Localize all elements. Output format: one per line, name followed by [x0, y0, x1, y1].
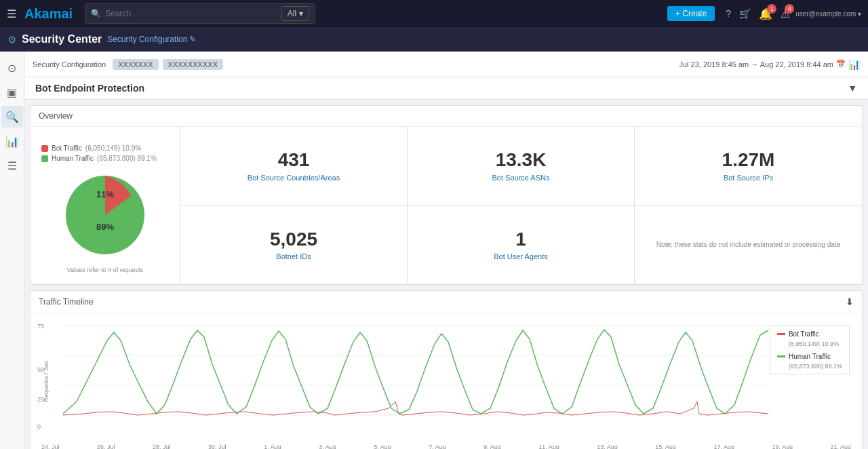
main-content: Security Configuration XXXXXXX XXXXXXXXX…	[24, 52, 868, 449]
config-link[interactable]: Security Configuration ✎	[107, 35, 196, 44]
x-label-0: 24. Jul	[41, 444, 60, 449]
y-tick-75: 75	[37, 323, 44, 330]
bot-color-swatch	[41, 145, 48, 152]
stat-label-0[interactable]: Bot Source Countries/Areas	[248, 174, 340, 182]
bot-legend: Bot Traffic	[777, 330, 842, 338]
search-input[interactable]	[105, 9, 277, 18]
page-title: Security Center	[22, 33, 102, 45]
x-label-10: 13. Aug	[597, 444, 618, 449]
human-line-color	[777, 355, 785, 357]
logo: Akamai	[24, 6, 73, 22]
stat-cell-4: 1 Bot User Agents	[408, 206, 635, 284]
timeline-header: Traffic Timeline ⬇	[31, 291, 862, 313]
search-icon: 🔍	[91, 9, 101, 18]
date-range-text: Jul 23, 2019 8:45 am → Aug 22, 2019 8:44…	[679, 60, 834, 69]
timeline-section: Traffic Timeline ⬇ 75 50 25 0 Requests /…	[30, 290, 863, 449]
stat-note-5: Note: these stats do not include estimat…	[656, 240, 840, 250]
search-bar[interactable]: 🔍 All ▾	[85, 3, 315, 24]
traffic-chart-svg	[36, 320, 856, 442]
overview-section: Overview Bot Traffic (6,050,149) 10.9% H…	[30, 105, 863, 285]
stat-cell-3: 5,025 Botnet IDs	[180, 206, 408, 284]
stat-value-1: 13.3K	[496, 150, 547, 171]
alerts-icon[interactable]: ⚠ 4	[781, 7, 790, 20]
filter-tag-2[interactable]: XXXXXXXXXX	[163, 59, 223, 70]
pie-chart-container: Bot Traffic (6,050,149) 10.9% Human Traf…	[31, 127, 180, 284]
create-button[interactable]: + Create	[667, 6, 715, 21]
filter-icon[interactable]: ▼	[848, 83, 857, 94]
pie-note: Values refer to # of requests	[67, 267, 143, 273]
sidebar-item-chart[interactable]: 📊	[1, 130, 23, 152]
bot-detail: (6,050,149) 10.9%	[777, 340, 842, 347]
nav-icon-group: ? 🛒 🔔 1 ⚠ 4	[726, 7, 790, 20]
x-label-12: 17. Aug	[713, 444, 734, 449]
stat-cell-5: Note: these stats do not include estimat…	[635, 206, 862, 284]
alerts-badge: 4	[785, 4, 794, 14]
security-center-icon: ⊙	[8, 34, 16, 45]
sidebar-item-list[interactable]: ☰	[1, 155, 23, 176]
calendar-icon[interactable]: 📅	[836, 60, 846, 69]
search-scope-dropdown[interactable]: All ▾	[281, 6, 309, 21]
help-icon[interactable]: ?	[726, 8, 731, 19]
sidebar-item-image[interactable]: ▣	[1, 81, 23, 103]
chart-toggle-icon[interactable]: 📊	[848, 59, 860, 70]
human-legend-detail: (65,873,800) 89.1%	[97, 155, 157, 162]
section-header: Bot Endpoint Protection ▼	[24, 77, 868, 100]
x-label-2: 28. Jul	[153, 444, 171, 449]
stat-value-4: 1	[515, 229, 526, 250]
chart-area: 75 50 25 0 Requests / Sec	[36, 320, 856, 442]
chart-legend: Bot Traffic (6,050,149) 10.9% Human Traf…	[770, 326, 850, 374]
sidebar-item-search[interactable]: 🔍	[1, 106, 23, 128]
stat-cell-1: 13.3K Bot Source ASNs	[408, 127, 635, 206]
bot-legend-item: Bot Traffic (6,050,149) 10.9%	[41, 144, 157, 152]
stat-label-1[interactable]: Bot Source ASNs	[492, 174, 550, 182]
x-label-3: 30. Jul	[208, 444, 226, 449]
stat-label-3[interactable]: Botnet IDs	[276, 252, 311, 260]
date-range: Jul 23, 2019 8:45 am → Aug 22, 2019 8:44…	[679, 59, 861, 70]
stat-value-0: 431	[278, 150, 310, 171]
hamburger-menu[interactable]: ☰	[7, 7, 16, 20]
cart-icon[interactable]: 🛒	[739, 8, 751, 19]
x-label-4: 1. Aug	[264, 444, 281, 449]
top-navigation: ☰ Akamai 🔍 All ▾ + Create ? 🛒 🔔 1 ⚠ 4 us…	[0, 0, 868, 27]
bot-line-color	[777, 333, 785, 335]
pie-label-human: 89%	[96, 221, 114, 231]
human-detail: (65,873,600) 89.1%	[777, 363, 842, 370]
timeline-title: Traffic Timeline	[39, 297, 94, 307]
pie-chart: 11% 89%	[58, 168, 153, 262]
human-legend-label: Human Traffic	[52, 155, 94, 162]
human-legend-item: Human Traffic (65,873,800) 89.1%	[41, 155, 157, 162]
stat-label-4[interactable]: Bot User Agents	[494, 252, 548, 260]
timeline-content: 75 50 25 0 Requests / Sec	[31, 313, 862, 449]
x-label-6: 5. Aug	[374, 444, 391, 449]
stat-cell-2: 1.27M Bot Source IPs	[635, 127, 862, 206]
x-label-13: 19. Aug	[772, 444, 793, 449]
user-menu[interactable]: user@example.com ▾	[795, 10, 861, 18]
overview-label: Overview	[31, 106, 862, 127]
notifications-icon[interactable]: 🔔 1	[759, 7, 772, 20]
sidebar-item-bot[interactable]: ⊙	[1, 57, 23, 79]
x-label-5: 3. Aug	[319, 444, 336, 449]
human-color-swatch	[41, 155, 48, 162]
timeline-download-icon[interactable]: ⬇	[846, 296, 854, 307]
filter-tag-1[interactable]: XXXXXXX	[113, 59, 158, 70]
sidebar: ⊙ ▣ 🔍 📊 ☰	[0, 52, 24, 449]
bot-legend-text: Bot Traffic	[789, 330, 819, 338]
stat-label-2[interactable]: Bot Source IPs	[724, 174, 773, 182]
filter-bar: Security Configuration XXXXXXX XXXXXXXXX…	[24, 52, 868, 77]
user-label: user@example.com ▾	[795, 10, 861, 18]
notifications-badge: 1	[767, 4, 776, 14]
filter-bar-label: Security Configuration	[33, 60, 106, 69]
bot-legend-detail: (6,050,149) 10.9%	[85, 144, 141, 152]
logo-text: Akamai	[24, 6, 73, 22]
stat-cell-0: 431 Bot Source Countries/Areas	[180, 127, 408, 206]
filter-tags: XXXXXXX XXXXXXXXXX	[113, 59, 672, 70]
overview-content: Bot Traffic (6,050,149) 10.9% Human Traf…	[31, 127, 862, 284]
pie-label-bot: 11%	[96, 189, 114, 199]
x-axis-labels: 24. Jul 26. Jul 28. Jul 30. Jul 1. Aug 3…	[36, 442, 856, 449]
y-tick-0: 0	[37, 423, 41, 430]
x-label-7: 7. Aug	[429, 444, 446, 449]
x-label-1: 26. Jul	[97, 444, 115, 449]
stat-grid: 431 Bot Source Countries/Areas 13.3K Bot…	[180, 127, 862, 284]
x-label-8: 9. Aug	[484, 444, 501, 449]
human-legend: Human Traffic	[777, 353, 842, 360]
